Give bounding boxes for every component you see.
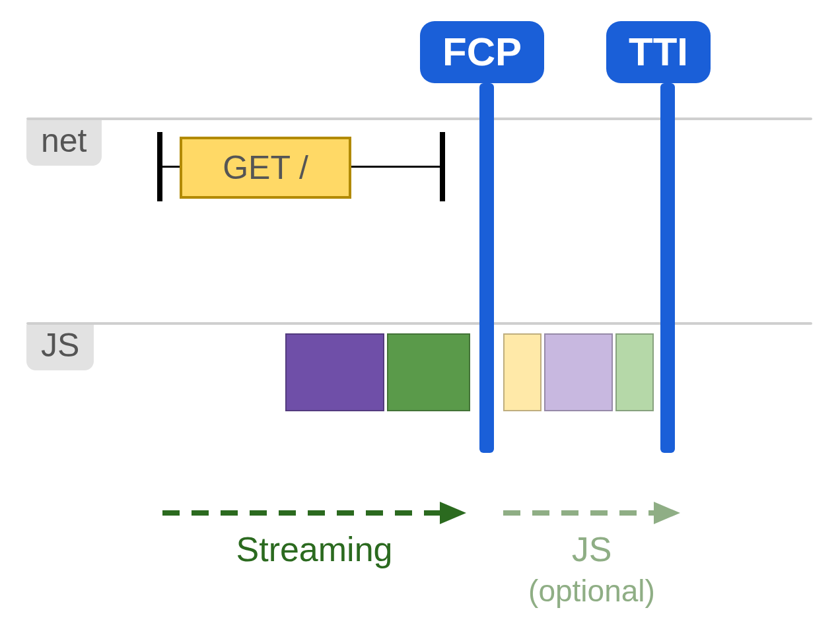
js-block-purple bbox=[285, 333, 384, 411]
js-track-line bbox=[26, 322, 812, 325]
fcp-marker-label: FCP bbox=[420, 21, 544, 83]
svg-marker-1 bbox=[440, 502, 466, 524]
js-block-green-light bbox=[615, 333, 654, 411]
js-optional-sublabel: (optional) bbox=[483, 573, 700, 609]
js-block-green bbox=[387, 333, 470, 411]
net-track-line bbox=[26, 118, 812, 120]
fcp-marker-line bbox=[479, 83, 494, 453]
net-track-label: net bbox=[26, 120, 102, 166]
tti-marker-line bbox=[660, 83, 675, 453]
net-request-box: GET / bbox=[180, 137, 351, 199]
tti-marker-label: TTI bbox=[606, 21, 711, 83]
net-request-label: GET / bbox=[223, 149, 308, 187]
streaming-label: Streaming bbox=[162, 529, 466, 569]
js-track-label: JS bbox=[26, 325, 94, 370]
js-block-purple-light bbox=[544, 333, 613, 411]
net-span-end-cap bbox=[440, 132, 445, 201]
js-optional-arrow-icon bbox=[503, 496, 680, 529]
timeline-diagram: net JS GET / FCP TTI Streaming JS (optio… bbox=[0, 0, 840, 643]
js-optional-label: JS bbox=[503, 529, 680, 569]
js-block-yellow-light bbox=[503, 333, 542, 411]
streaming-arrow-icon bbox=[162, 496, 466, 529]
svg-marker-3 bbox=[654, 502, 680, 524]
